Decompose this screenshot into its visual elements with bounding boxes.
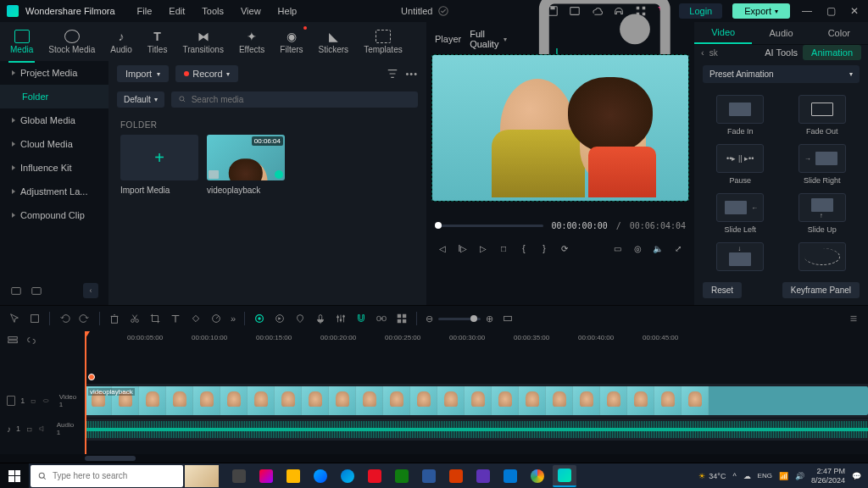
cortana-widget[interactable]: [185, 465, 219, 487]
anim-slide-right[interactable]: →Slide Right: [785, 144, 860, 185]
ai-tools-tab[interactable]: AI Tools: [765, 47, 798, 58]
video-track-header[interactable]: 1 Video 1: [0, 384, 85, 418]
more-icon[interactable]: •••: [405, 69, 418, 79]
tab-stickers[interactable]: ◣Stickers: [317, 26, 351, 58]
speed-icon[interactable]: [210, 313, 222, 324]
tab-templates[interactable]: Templates: [362, 26, 404, 58]
props-tab-audio[interactable]: Audio: [752, 23, 810, 43]
crop-icon[interactable]: [149, 313, 161, 324]
track-link-icon[interactable]: [25, 335, 37, 347]
collapse-sidebar-button[interactable]: ‹: [83, 283, 98, 298]
tab-titles[interactable]: TTitles: [146, 26, 170, 58]
audio-track-header[interactable]: ♪1 Audio 1: [0, 418, 85, 440]
video-track[interactable]: videoplayback: [85, 384, 868, 418]
taskbar-app[interactable]: [309, 465, 332, 487]
lock-icon[interactable]: [25, 424, 33, 433]
timeline-marker[interactable]: [88, 374, 95, 380]
display-mode-button[interactable]: ▭: [609, 241, 625, 256]
start-button[interactable]: [0, 463, 29, 489]
zoom-fit-icon[interactable]: [502, 313, 514, 324]
redo-icon[interactable]: [79, 313, 91, 324]
wifi-icon[interactable]: 📶: [779, 472, 788, 480]
volume-button[interactable]: 🔈: [650, 241, 665, 256]
media-clip-card[interactable]: 00:06:04 videoplayback: [207, 135, 285, 195]
language-icon[interactable]: ENG: [758, 472, 772, 480]
export-button[interactable]: Export▾: [732, 3, 790, 19]
record-button[interactable]: Record▾: [175, 65, 237, 82]
magnet-icon[interactable]: [355, 313, 367, 324]
taskbar-app[interactable]: [336, 465, 359, 487]
sidebar-folder[interactable]: Folder: [0, 85, 108, 108]
menu-edit[interactable]: Edit: [162, 3, 192, 19]
tab-transitions[interactable]: ⧓Transitions: [181, 26, 225, 58]
play-button[interactable]: ▷: [476, 241, 491, 256]
audio-mixer-icon[interactable]: [335, 313, 347, 324]
keyframe-icon[interactable]: [190, 313, 202, 324]
tab-stock-media[interactable]: Stock Media: [47, 26, 97, 58]
tab-filters[interactable]: ◉Filters: [278, 26, 304, 58]
tab-effects[interactable]: ✦Effects: [237, 26, 266, 58]
snapshot-button[interactable]: ◎: [630, 241, 645, 256]
filter-icon[interactable]: [387, 68, 398, 80]
mark-in-button[interactable]: {: [516, 241, 531, 256]
audio-clip[interactable]: [85, 421, 868, 438]
visibility-icon[interactable]: [42, 396, 49, 405]
track-manager-icon[interactable]: [7, 335, 19, 347]
voiceover-icon[interactable]: [314, 313, 326, 324]
prev-frame-button[interactable]: ◁: [435, 241, 450, 256]
tab-audio[interactable]: ♪Audio: [108, 26, 134, 58]
delete-icon[interactable]: [108, 313, 120, 324]
clock[interactable]: 2:47 PM 8/26/2024: [811, 467, 845, 485]
zoom-out-button[interactable]: ⊖: [426, 313, 433, 324]
props-back-button[interactable]: ‹: [701, 47, 704, 58]
reset-button[interactable]: Reset: [703, 282, 742, 298]
taskbar-app[interactable]: [254, 465, 278, 487]
anim-vortex-in[interactable]: Vortex In: [785, 242, 860, 275]
props-tab-video[interactable]: Video: [694, 22, 752, 44]
more-tools-icon[interactable]: »: [231, 313, 236, 324]
mark-out-button[interactable]: }: [537, 241, 552, 256]
zoom-in-button[interactable]: ⊕: [486, 313, 493, 324]
marker-icon[interactable]: [294, 313, 306, 324]
sidebar-adjustment-layer[interactable]: Adjustment La...: [0, 180, 108, 203]
timeline-ruler[interactable]: 00:00:05:00 00:00:10:00 00:00:15:00 00:0…: [85, 331, 868, 350]
menu-view[interactable]: View: [234, 3, 268, 19]
preview-viewport[interactable]: [431, 54, 689, 202]
taskbar-app[interactable]: [498, 465, 522, 487]
taskbar-app[interactable]: [526, 465, 549, 487]
anim-pause[interactable]: ••▸ || ▸••Pause: [703, 144, 778, 185]
undo-icon[interactable]: [58, 313, 70, 324]
timeline-settings-icon[interactable]: [848, 313, 860, 324]
scrub-bar[interactable]: [435, 225, 543, 227]
sidebar-global-media[interactable]: Global Media: [0, 108, 108, 132]
preset-animation-dropdown[interactable]: Preset Animation▾: [703, 65, 860, 83]
audio-track[interactable]: [85, 419, 868, 441]
lock-icon[interactable]: [30, 396, 36, 405]
anim-slide-up[interactable]: ↑Slide Up: [785, 193, 860, 234]
text-icon[interactable]: [170, 313, 181, 324]
select-tool-icon[interactable]: [29, 313, 41, 324]
animation-tab[interactable]: Animation: [803, 45, 861, 60]
anim-fade-out[interactable]: Fade Out: [785, 95, 860, 136]
new-folder-icon[interactable]: [10, 285, 22, 297]
anim-slide-left[interactable]: ←Slide Left: [703, 193, 778, 234]
taskbar-app[interactable]: [363, 465, 387, 487]
menu-tools[interactable]: Tools: [195, 3, 231, 19]
loop-button[interactable]: ⟳: [557, 241, 572, 256]
grid-icon[interactable]: [396, 313, 408, 324]
pointer-tool-icon[interactable]: [8, 313, 20, 324]
mute-icon[interactable]: [38, 424, 46, 433]
link-icon[interactable]: [376, 313, 387, 324]
taskbar-app[interactable]: [390, 465, 414, 487]
video-clip[interactable]: videoplayback: [85, 386, 868, 415]
menu-file[interactable]: File: [131, 3, 159, 19]
maximize-button[interactable]: ▢: [824, 5, 837, 17]
stop-button[interactable]: □: [496, 241, 511, 256]
quality-dropdown[interactable]: Full Quality▾: [470, 29, 507, 49]
volume-icon[interactable]: 🔊: [795, 472, 804, 480]
task-view-button[interactable]: [227, 465, 251, 487]
weather-widget[interactable]: ☀34°C: [698, 472, 726, 480]
props-tab-color[interactable]: Color: [810, 23, 868, 43]
ai-tool-icon[interactable]: [253, 313, 265, 324]
timeline-scrollbar[interactable]: [0, 454, 868, 463]
